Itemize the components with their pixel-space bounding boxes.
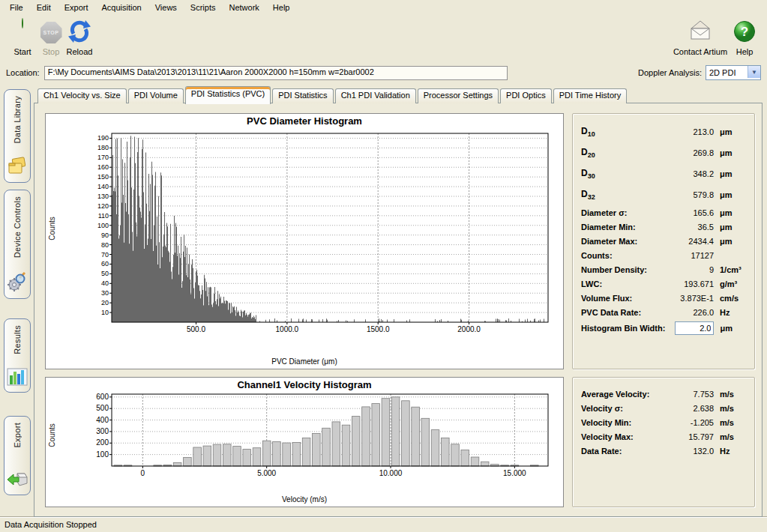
stat-row-d32: D32 579.8μm — [581, 184, 747, 205]
pvc-diameter-histogram-chart: PVC Diameter Histogram Counts 1020304050… — [45, 113, 564, 369]
menu-export[interactable]: Export — [58, 1, 95, 14]
svg-text:110: 110 — [98, 212, 109, 220]
svg-text:20: 20 — [101, 299, 109, 306]
svg-text:2000.0: 2000.0 — [457, 325, 481, 333]
svg-text:0: 0 — [141, 469, 145, 477]
reload-button[interactable]: Reload — [58, 19, 100, 56]
doppler-analysis-value: 2D PDI — [706, 68, 736, 77]
svg-text:170: 170 — [97, 154, 109, 161]
stat-row-velocity-min: Velocity Min: -1.205m/s — [581, 415, 747, 429]
tab-ch1-velocity-vs-size[interactable]: Ch1 Velocity vs. Size — [37, 88, 127, 103]
svg-text:400: 400 — [96, 416, 109, 424]
contact-artium-button[interactable]: Contact Artium — [670, 19, 731, 56]
tab-processor-settings[interactable]: Processor Settings — [418, 88, 499, 103]
menu-bar: File Edit Export Acquisition Views Scrip… — [0, 0, 767, 14]
stat-row-diameter-sigma: Diameter σ: 165.6μm — [581, 205, 747, 220]
menu-views[interactable]: Views — [148, 1, 184, 14]
svg-text:70: 70 — [101, 251, 109, 259]
velocity-chart-plot: 10020030040050060005.00010.00015.000 — [59, 392, 559, 489]
menu-file[interactable]: File — [3, 1, 30, 14]
chevron-down-icon[interactable]: ▼ — [748, 66, 760, 78]
tab-pdi-optics[interactable]: PDI Optics — [500, 88, 552, 103]
svg-text:500: 500 — [96, 404, 109, 412]
menu-edit[interactable]: Edit — [30, 1, 58, 14]
tab-pdi-time-history[interactable]: PDI Time History — [553, 88, 628, 103]
svg-text:50: 50 — [101, 270, 109, 277]
sidebar-item-results[interactable]: Results — [4, 318, 31, 393]
stat-row-pvc-data-rate: PVC Data Rate: 226.0Hz — [581, 305, 747, 319]
app-window: { "menu": {"items": ["File","Edit","Expo… — [0, 0, 767, 532]
sidebar-item-export[interactable]: Export — [4, 416, 31, 495]
bar-chart-icon — [7, 368, 28, 387]
status-text: Data Acquisition Stopped — [4, 520, 97, 529]
tab-pdi-volume[interactable]: PDI Volume — [128, 88, 184, 103]
tab-panel: PVC Diameter Histogram Counts 1020304050… — [34, 103, 763, 517]
pvc-chart-xlabel: PVC Diameter (μm) — [46, 357, 563, 366]
sidebar-label-data-library: Data Library — [13, 96, 22, 144]
stat-row-volume-flux: Volume Flux: 3.873E-1cm/s — [581, 291, 747, 305]
stat-row-data-rate: Data Rate: 132.0Hz — [581, 444, 747, 458]
svg-text:1500.0: 1500.0 — [367, 325, 390, 333]
svg-text:600: 600 — [96, 393, 109, 401]
menu-scripts[interactable]: Scripts — [184, 1, 223, 14]
svg-text:90: 90 — [101, 232, 109, 239]
status-bar: Data Acquisition Stopped — [0, 516, 767, 532]
menu-help[interactable]: Help — [266, 1, 297, 14]
svg-text:500.0: 500.0 — [187, 325, 205, 333]
svg-text:100: 100 — [96, 450, 109, 459]
gears-magnifier-icon — [7, 271, 28, 294]
svg-text:150: 150 — [97, 173, 109, 181]
tab-pdi-statistics[interactable]: PDI Statistics — [272, 88, 333, 103]
start-icon — [22, 18, 23, 28]
stat-row-velocity-sigma: Velocity σ: 2.638m/s — [581, 401, 747, 415]
help-button[interactable]: ? Help — [729, 19, 760, 56]
sidebar-item-data-library[interactable]: Data Library — [4, 89, 31, 183]
sidebar-label-device-controls: Device Controls — [13, 196, 22, 258]
svg-text:120: 120 — [97, 202, 109, 210]
velocity-chart-title: Channel1 Velocity Histogram — [46, 379, 563, 390]
pvc-chart-ylabel: Counts — [48, 217, 56, 241]
menu-acquisition[interactable]: Acquisition — [95, 1, 148, 14]
svg-text:30: 30 — [101, 289, 109, 297]
stat-row-diameter-min: Diameter Min: 36.5μm — [581, 220, 747, 234]
stat-row-d20: D20 269.8μm — [581, 142, 747, 163]
tab-pdi-statistics-pvc[interactable]: PDI Statistics (PVC) — [185, 86, 271, 104]
svg-text:160: 160 — [97, 163, 109, 171]
tab-content: Ch1 Velocity vs. Size PDI Volume PDI Sta… — [34, 86, 763, 517]
toolbar: Start STOP Stop Reload Contact Artium — [0, 14, 767, 64]
svg-text:40: 40 — [101, 279, 109, 287]
stat-row-number-density: Number Density: 91/cm³ — [581, 262, 747, 276]
stat-row-d30: D30 348.2μm — [581, 163, 747, 184]
histogram-bin-width-input[interactable] — [675, 321, 714, 335]
svg-text:15.000: 15.000 — [503, 469, 526, 477]
sidebar-item-device-controls[interactable]: Device Controls — [4, 190, 31, 299]
reload-label: Reload — [58, 47, 100, 56]
location-input[interactable]: F:\My Documents\AIMS Data\2013\2013\11\2… — [44, 66, 508, 80]
doppler-analysis-select[interactable]: 2D PDI ▼ — [706, 65, 761, 80]
envelope-icon — [688, 19, 713, 46]
sidebar-label-results: Results — [13, 325, 22, 354]
svg-text:100: 100 — [97, 222, 109, 229]
velocity-histogram-chart: Channel1 Velocity Histogram Counts 10020… — [45, 377, 564, 507]
svg-text:5.000: 5.000 — [257, 469, 276, 477]
svg-text:10.000: 10.000 — [379, 469, 403, 477]
tab-ch1-pdi-validation[interactable]: Ch1 PDI Validation — [335, 88, 416, 103]
svg-text:140: 140 — [97, 183, 109, 190]
pvc-chart-title: PVC Diameter Histogram — [46, 115, 563, 127]
svg-text:60: 60 — [101, 260, 109, 267]
help-icon: ? — [733, 19, 757, 46]
svg-text:130: 130 — [97, 193, 109, 200]
menu-network[interactable]: Network — [222, 1, 265, 14]
main-area: Data Library Device Controls Results — [0, 84, 767, 517]
stat-row-d10: D10 213.0μm — [581, 121, 747, 142]
help-label: Help — [729, 47, 760, 56]
export-arrow-icon — [7, 471, 28, 490]
velocity-chart-ylabel: Counts — [48, 424, 56, 448]
stat-row-diameter-max: Diameter Max: 2434.4μm — [581, 234, 747, 248]
svg-text:200: 200 — [96, 438, 109, 447]
stat-row-average-velocity: Average Velocity: 7.753m/s — [581, 387, 747, 401]
velocity-chart-xlabel: Velocity (m/s) — [46, 495, 563, 504]
stat-row-velocity-max: Velocity Max: 15.797m/s — [581, 429, 747, 444]
pvc-chart-plot: 1020304050607080901001101201301401501601… — [59, 130, 559, 349]
folders-icon — [7, 157, 28, 178]
